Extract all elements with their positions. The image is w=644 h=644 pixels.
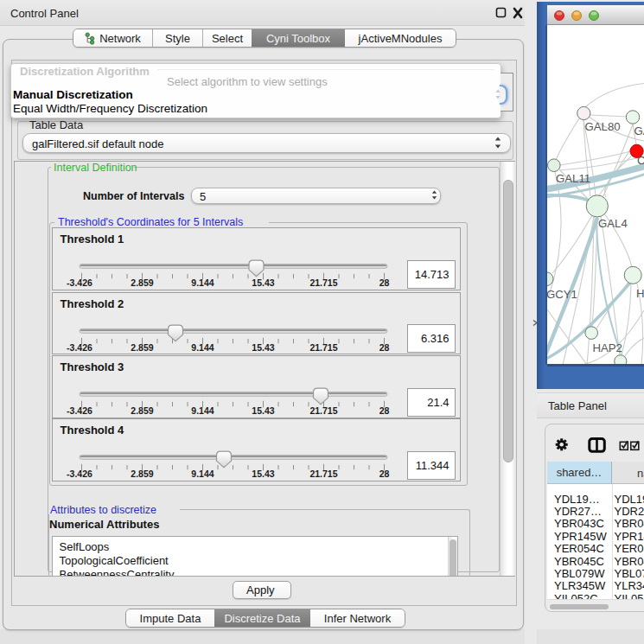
svg-text:2.859: 2.859 <box>131 405 153 416</box>
svg-text:-3.426: -3.426 <box>67 405 92 416</box>
svg-text:GAL4: GAL4 <box>598 216 628 229</box>
svg-text:-3.426: -3.426 <box>67 342 92 353</box>
svg-text:9.144: 9.144 <box>191 469 214 479</box>
svg-text:21.715: 21.715 <box>309 277 337 288</box>
svg-text:28: 28 <box>379 405 389 416</box>
svg-text:GAL11: GAL11 <box>556 171 590 184</box>
svg-text:15.43: 15.43 <box>252 342 274 353</box>
svg-text:2.859: 2.859 <box>131 277 153 288</box>
svg-text:21.715: 21.715 <box>309 405 337 416</box>
svg-text:GAL80: GAL80 <box>585 119 621 132</box>
svg-text:28: 28 <box>379 469 389 479</box>
svg-text:15.43: 15.43 <box>252 405 274 416</box>
svg-text:-3.426: -3.426 <box>67 277 92 288</box>
svg-text:C: C <box>637 154 644 167</box>
svg-text:9.144: 9.144 <box>191 277 214 288</box>
svg-text:28: 28 <box>379 277 389 288</box>
svg-text:9.144: 9.144 <box>191 342 214 353</box>
svg-text:2.859: 2.859 <box>131 469 153 479</box>
svg-text:GCY1: GCY1 <box>547 288 577 301</box>
svg-text:28: 28 <box>379 342 389 353</box>
svg-text:9.144: 9.144 <box>191 405 214 416</box>
svg-text:-3.426: -3.426 <box>67 469 92 479</box>
svg-text:2.859: 2.859 <box>131 342 153 353</box>
svg-text:GA: GA <box>634 124 644 137</box>
svg-text:HAP2: HAP2 <box>593 341 622 354</box>
svg-text:H: H <box>636 287 644 300</box>
svg-text:15.43: 15.43 <box>252 469 274 479</box>
svg-text:21.715: 21.715 <box>309 469 337 479</box>
svg-text:15.43: 15.43 <box>252 277 274 288</box>
svg-text:21.715: 21.715 <box>309 342 337 353</box>
